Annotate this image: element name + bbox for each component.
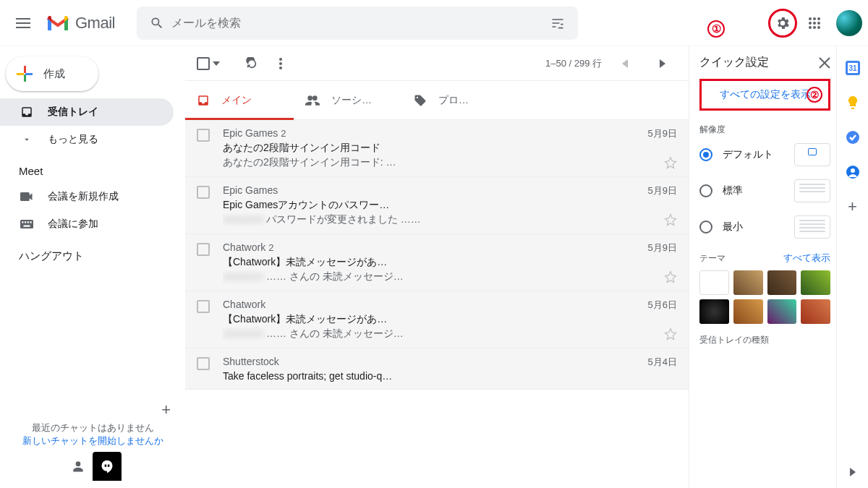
email-row[interactable]: Epic Games 2 5月9日 あなたの2段階サインイン用コード あなたの2… [185,120,689,177]
theme-option[interactable] [733,299,763,324]
hide-side-panel-button[interactable] [850,468,856,476]
person-icon [71,459,85,474]
category-tabs: メイン ソーシ… プロ… [185,81,689,120]
tab-primary[interactable]: メイン [185,81,294,119]
tab-social[interactable]: ソーシ… [294,81,402,119]
compose-label: 作成 [43,67,65,81]
email-subject: Epic Gamesアカウントのパスワー… [223,199,677,212]
search-container [137,7,578,40]
theme-option[interactable] [699,299,729,324]
svg-rect-11 [25,221,26,223]
keep-app-button[interactable] [846,95,860,110]
inbox-tab-icon [197,94,210,107]
sidebar-item-meet-join[interactable]: 会議に参加 [0,210,174,238]
email-checkbox[interactable] [197,357,211,372]
star-button[interactable] [664,156,677,169]
calendar-app-button[interactable]: 31 [846,61,860,75]
email-row[interactable]: Chatwork 5月6日 【Chatwork】未読メッセージがあ… xxxxx… [185,291,689,348]
email-row[interactable]: Shutterstock 5月4日 Take faceless portrait… [185,348,689,390]
tab-promotions[interactable]: プロ… [402,81,489,119]
density-preview-compact [794,215,830,239]
more-vert-icon [279,58,282,69]
main-menu-button[interactable] [6,6,41,40]
calendar-icon: 31 [846,61,860,75]
svg-point-0 [809,17,812,20]
prev-page-button[interactable] [610,49,639,78]
hangouts-icon [100,459,114,474]
theme-option[interactable] [767,270,797,295]
contacts-icon [846,165,860,179]
star-button[interactable] [664,213,677,226]
more-button[interactable] [266,49,295,78]
email-snippet: あなたの2段階サインイン用コード: … [223,156,658,169]
hamburger-icon [16,18,30,28]
gmail-logo[interactable]: Gmail [41,14,115,33]
contacts-tab[interactable] [64,452,93,481]
email-checkbox[interactable] [197,243,211,257]
search-button[interactable] [142,16,171,30]
svg-rect-10 [22,221,23,223]
apps-grid-icon [808,17,821,30]
header: Gmail [0,0,868,46]
star-button[interactable] [664,270,677,283]
density-compact-option[interactable]: 最小 [699,215,830,239]
theme-option[interactable] [733,270,763,295]
star-button[interactable] [664,328,677,341]
email-date: 5月9日 [648,127,677,140]
see-all-settings-button[interactable]: すべての設定を表示 ② [699,79,830,111]
sidebar-footer: 最近のチャットはありません 新しいチャットを開始しませんか [0,421,185,488]
density-standard-option[interactable]: 標準 [699,179,830,202]
select-dropdown[interactable] [213,61,220,66]
refresh-button[interactable] [237,49,266,78]
svg-point-2 [817,17,820,20]
email-row[interactable]: Chatwork 2 5月9日 【Chatwork】未読メッセージがあ… xxx… [185,234,689,291]
email-row[interactable]: Epic Games 5月9日 Epic Gamesアカウントのパスワー… xx… [185,177,689,234]
people-icon [305,95,320,106]
theme-option[interactable] [801,299,830,324]
add-app-button[interactable]: + [846,200,860,214]
email-checkbox[interactable] [197,129,211,143]
tasks-app-button[interactable] [846,130,860,145]
radio-icon [699,221,712,234]
hangouts-tab[interactable] [93,452,122,481]
svg-point-6 [809,26,812,29]
tab-promotions-label: プロ… [438,94,469,107]
main-area: 1–50 / 299 行 メイン ソーシ… プロ… Epic Games 2 5… [185,46,689,488]
theme-option[interactable] [801,270,830,295]
contacts-app-button[interactable] [846,165,860,179]
svg-point-15 [279,58,282,61]
search-options-button[interactable] [543,16,572,30]
next-page-button[interactable] [648,49,677,78]
select-all-checkbox[interactable] [197,57,210,70]
sidebar-meet-join-label: 会議に参加 [48,218,98,231]
page-range: 1–50 / 299 行 [545,57,602,70]
start-chat-link[interactable]: 新しいチャットを開始しませんか [9,435,176,448]
density-standard-label: 標準 [723,184,743,197]
close-quick-settings-button[interactable] [819,57,830,69]
search-input[interactable] [171,17,543,30]
add-hangout-button[interactable]: + [161,401,171,419]
theme-grid [699,270,830,324]
tab-social-label: ソーシ… [331,94,372,107]
density-section-title: 解像度 [699,124,830,136]
toolbar: 1–50 / 299 行 [185,46,689,81]
apps-button[interactable] [800,9,829,38]
sidebar-item-more[interactable]: もっと見る [0,126,174,153]
side-apps-rail: 31 + [836,46,868,488]
settings-button[interactable] [768,9,797,38]
theme-option[interactable] [767,299,797,324]
search-bar[interactable] [137,7,578,40]
email-snippet: xxxxxxxx …… さんの 未読メッセージ… [223,328,658,341]
density-preview-default [794,143,830,166]
compose-button[interactable]: 作成 [6,56,98,91]
theme-view-all-link[interactable]: すべて表示 [783,252,830,265]
email-sender: Chatwork [223,299,265,310]
density-default-option[interactable]: デフォルト [699,143,830,166]
theme-option[interactable] [699,270,729,295]
sidebar-item-inbox[interactable]: 受信トレイ [0,98,174,126]
account-avatar[interactable] [836,10,862,36]
email-checkbox[interactable] [197,300,211,314]
sidebar-item-meet-new[interactable]: 会議を新規作成 [0,183,174,210]
email-date: 5月4日 [648,356,677,369]
email-checkbox[interactable] [197,186,211,200]
